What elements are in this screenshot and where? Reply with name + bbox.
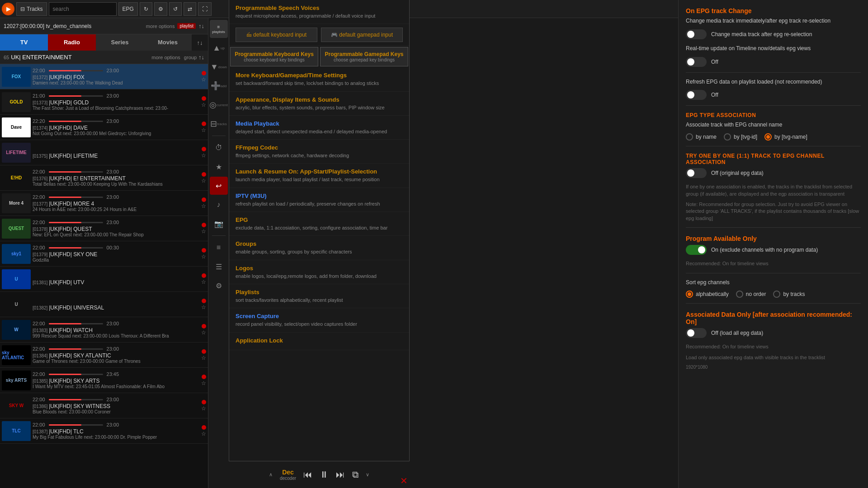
sidebar-item-current[interactable]: ◎ current bbox=[210, 96, 228, 114]
radio-by-tvg-name[interactable]: by [tvg-name] bbox=[764, 133, 807, 141]
sidebar-item-favorites[interactable]: ★ bbox=[210, 158, 228, 176]
favorite-star[interactable]: ☆ bbox=[201, 405, 206, 412]
channel-item[interactable]: sky ARTS 22:00 23:45 [01385] |UK|FHD| SK… bbox=[0, 368, 208, 393]
channel-item[interactable]: More 4 22:00 23:00 [01377] |UK|FHD| MORE… bbox=[0, 191, 208, 216]
toggle1[interactable] bbox=[686, 29, 707, 39]
group-more-options[interactable]: more options bbox=[151, 55, 180, 60]
settings-button[interactable]: ⚙ bbox=[154, 2, 167, 16]
record-dot[interactable] bbox=[202, 147, 206, 151]
epg-item[interactable]: EPG exclude data, 1:1 accosiation, sorti… bbox=[229, 212, 409, 236]
channel-item[interactable]: sky1 22:00 00:30 [01379] |UK|FHD| SKY ON… bbox=[0, 241, 208, 267]
favorite-star[interactable]: ☆ bbox=[201, 355, 206, 361]
record-dot[interactable] bbox=[202, 223, 206, 227]
sidebar-item-music[interactable]: ♪ bbox=[210, 196, 228, 214]
logos-item[interactable]: Logos enable logos, local/epg,remote log… bbox=[229, 260, 409, 284]
toggle4[interactable] bbox=[686, 168, 707, 178]
playlists-item[interactable]: Playlists sort tracks/favorites alphabet… bbox=[229, 284, 409, 308]
chevron-down-button[interactable]: ∨ bbox=[366, 472, 369, 478]
record-dot[interactable] bbox=[202, 324, 206, 328]
sidebar-item-epg[interactable]: ⏱ bbox=[210, 139, 228, 157]
favorite-star[interactable]: ☆ bbox=[201, 380, 206, 386]
record-dot[interactable] bbox=[202, 299, 206, 303]
record-dot[interactable] bbox=[202, 425, 206, 430]
shuffle-button[interactable]: ⇄ bbox=[184, 2, 196, 16]
chevron-up-button[interactable]: ∧ bbox=[269, 472, 273, 478]
radio-by-name[interactable]: by name bbox=[686, 133, 717, 141]
appearance-item[interactable]: Appearance, Display Items & Sounds acryl… bbox=[229, 92, 409, 116]
record-dot[interactable] bbox=[202, 375, 206, 379]
channel-item[interactable]: SKY W 22:00 23:00 [01386] |UK|FHD| SKY W… bbox=[0, 393, 208, 418]
favorite-star[interactable]: ☆ bbox=[201, 279, 206, 285]
record-dot[interactable] bbox=[202, 122, 206, 126]
record-dot[interactable] bbox=[202, 349, 206, 354]
toggle2[interactable] bbox=[686, 57, 707, 67]
radio-alphabetically[interactable]: alphabetically bbox=[686, 291, 729, 298]
sort-button[interactable]: ↑↓ bbox=[198, 23, 204, 29]
pip-button[interactable]: ⧉ bbox=[352, 469, 359, 480]
record-dot[interactable] bbox=[202, 71, 206, 75]
sidebar-item-add[interactable]: ➕ add bbox=[210, 77, 228, 95]
channel-item[interactable]: LIFETIME [01375] |UK|FHD| LIFETIME ☆ bbox=[0, 140, 208, 165]
channel-item[interactable]: QUEST 22:00 23:00 [01378] |UK|FHD| QUEST… bbox=[0, 216, 208, 241]
screen-capture-item[interactable]: Screen Capture record panel visibility, … bbox=[229, 308, 409, 332]
tracks-button[interactable]: ⊟ Tracks bbox=[16, 2, 47, 16]
ffmpeg-item[interactable]: FFmpeg Codec ffmpeg settings, network ca… bbox=[229, 140, 409, 164]
favorite-star[interactable]: ☆ bbox=[201, 304, 206, 310]
tab-movies[interactable]: Movies bbox=[144, 34, 192, 51]
sidebar-item-playlists[interactable]: ≡ playlists bbox=[210, 20, 228, 38]
sidebar-settings[interactable]: ⚙ bbox=[210, 277, 228, 295]
channel-item[interactable]: GOLD 21:00 23:00 [01373] |UK|FHD| GOLD T… bbox=[0, 89, 208, 115]
search-input[interactable] bbox=[49, 2, 117, 16]
iptv-m3u-item[interactable]: IPTV (M3U) refresh playlist on load / pe… bbox=[229, 188, 409, 212]
favorite-star[interactable]: ☆ bbox=[201, 102, 206, 108]
prev-button[interactable]: ⏮ bbox=[303, 469, 312, 480]
favorite-star[interactable]: ☆ bbox=[201, 431, 206, 437]
sidebar-item-up[interactable]: ▲ up bbox=[210, 39, 228, 57]
record-dot[interactable] bbox=[202, 197, 206, 202]
toggle6[interactable] bbox=[686, 328, 707, 338]
channel-item[interactable]: U [01381] |UK|FHD| UTV ☆ bbox=[0, 267, 208, 292]
toggle3[interactable] bbox=[686, 90, 707, 100]
keyboard-input-button[interactable]: 🖮 default keyboard input bbox=[236, 28, 317, 42]
tab-radio[interactable]: Radio bbox=[48, 34, 96, 51]
favorite-star[interactable]: ☆ bbox=[201, 253, 206, 260]
tab-tv[interactable]: TV bbox=[0, 34, 48, 51]
record-dot[interactable] bbox=[202, 96, 206, 101]
channel-item[interactable]: FOX 22:00 23:00 [01372] |UK|FHD| FOX Dam… bbox=[0, 64, 208, 89]
channel-item[interactable]: TLC 22:00 23:00 [01387] |UK|FHD| TLC My … bbox=[0, 418, 208, 444]
record-dot[interactable] bbox=[202, 248, 206, 253]
sidebar-item-capture[interactable]: 📷 bbox=[210, 215, 228, 233]
favorite-star[interactable]: ☆ bbox=[201, 178, 206, 184]
groups-item[interactable]: Groups enable groups, sorting, groups by… bbox=[229, 236, 409, 260]
record-dot[interactable] bbox=[202, 400, 206, 404]
channel-item[interactable]: sky ATLANTIC 22:00 23:00 [01384] |UK|FHD… bbox=[0, 343, 208, 368]
favorite-star[interactable]: ☆ bbox=[201, 76, 206, 83]
epg-button[interactable]: EPG bbox=[118, 2, 138, 16]
sidebar-item-tracks[interactable]: ⊟ tracks bbox=[210, 115, 228, 133]
sidebar-item-down[interactable]: ▼ down bbox=[210, 58, 228, 76]
sidebar-item-list[interactable]: ☰ bbox=[210, 258, 228, 276]
record-dot[interactable] bbox=[202, 273, 206, 278]
close-button[interactable]: ✕ bbox=[400, 475, 408, 486]
more-keyboard-item[interactable]: More Keyboard/Gamepad/Time Settings set … bbox=[229, 67, 409, 91]
gamepad-input-button[interactable]: 🎮 default gamepad input bbox=[321, 28, 403, 42]
favorite-star[interactable]: ☆ bbox=[201, 329, 206, 336]
channel-item[interactable]: E!HD 22:00 23:00 [01376] |UK|FHD| E! ENT… bbox=[0, 165, 208, 191]
record-dot[interactable] bbox=[202, 172, 206, 177]
radio-by-tracks[interactable]: by tracks bbox=[773, 291, 805, 298]
app-lock-item[interactable]: Application Lock bbox=[229, 333, 409, 350]
keyboard-keys-button[interactable]: Programmable Keyboard Keyschoose keyboar… bbox=[230, 47, 318, 66]
launch-resume-item[interactable]: Launch & Resume On: App-Start/Playlist-S… bbox=[229, 164, 409, 188]
channel-item[interactable]: W 22:00 23:00 [01383] |UK|FHD| WATCH 999… bbox=[0, 317, 208, 343]
next-button[interactable]: ⏭ bbox=[336, 469, 345, 480]
more-options-link[interactable]: more options bbox=[146, 23, 175, 29]
channel-item[interactable]: Dave 22:20 23:00 [01374] |UK|FHD| DAVE N… bbox=[0, 115, 208, 140]
toggle5[interactable] bbox=[686, 245, 707, 255]
refresh-button[interactable]: ↻ bbox=[140, 2, 152, 16]
tab-series[interactable]: Series bbox=[96, 34, 144, 51]
sidebar-item-history[interactable]: ↩ bbox=[210, 177, 228, 195]
channel-item[interactable]: U [01382] |UK|FHD| UNIVERSAL ☆ bbox=[0, 292, 208, 317]
group-sort-button[interactable]: ↑↓ bbox=[198, 54, 204, 61]
favorite-star[interactable]: ☆ bbox=[201, 203, 206, 209]
type-sort-button[interactable]: ↑↓ bbox=[192, 34, 208, 51]
